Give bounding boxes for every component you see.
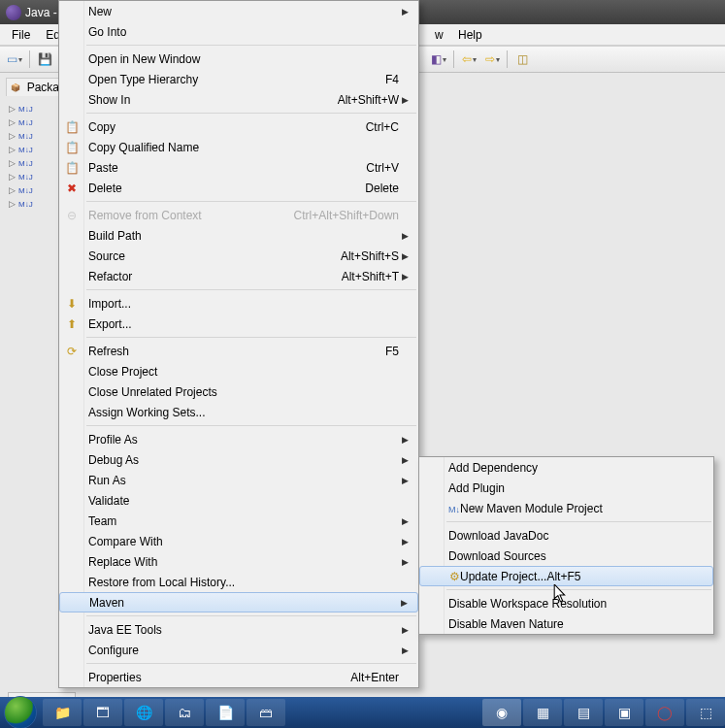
expand-icon[interactable]: ▷ <box>8 186 16 195</box>
menu-item-add-plugin[interactable]: Add Plugin <box>419 478 713 498</box>
menu-separator <box>86 45 416 46</box>
menu-item-label: Validate <box>88 494 399 508</box>
copy-icon: 📋 <box>63 141 81 154</box>
taskbar-eclipse[interactable]: ◉ <box>482 699 521 726</box>
menu-item-new-maven-module-project[interactable]: M↓New Maven Module Project <box>419 498 713 518</box>
menu-item-configure[interactable]: Configure▶ <box>59 640 418 660</box>
menu-shortcut: Ctrl+V <box>366 161 399 175</box>
expand-icon[interactable]: ▷ <box>8 146 16 154</box>
menu-item-add-dependency[interactable]: Add Dependency <box>419 457 713 478</box>
menu-item-label: Refactor <box>88 270 342 283</box>
maven-project-icon: M↓J <box>18 157 32 169</box>
project-item[interactable]: ▷M↓J <box>6 129 64 143</box>
separator <box>453 50 454 68</box>
package-explorer-tab[interactable]: 📦 Packa <box>6 78 64 96</box>
project-item[interactable]: ▷M↓J <box>6 197 64 211</box>
menu-item-label: Download Sources <box>448 549 546 563</box>
taskbar-app[interactable]: ▤ <box>564 699 603 726</box>
expand-icon[interactable]: ▷ <box>8 200 16 209</box>
menu-shortcut: Ctrl+C <box>366 120 399 134</box>
menu-item-close-unrelated-projects[interactable]: Close Unrelated Projects <box>59 381 418 402</box>
menu-item-compare-with[interactable]: Compare With▶ <box>59 531 418 551</box>
expand-icon[interactable]: ▷ <box>8 118 16 127</box>
new-button[interactable]: ▭▾ <box>4 49 25 70</box>
menu-item-run-as[interactable]: Run As▶ <box>59 470 418 490</box>
menu-item-download-sources[interactable]: Download Sources <box>419 546 713 566</box>
menu-item-copy[interactable]: 📋CopyCtrl+C <box>59 116 418 137</box>
menu-item-replace-with[interactable]: Replace With▶ <box>59 551 418 572</box>
menu-item-team[interactable]: Team▶ <box>59 511 418 531</box>
menu-item-profile-as[interactable]: Profile As▶ <box>59 429 418 449</box>
menu-item-export[interactable]: ⬆Export... <box>59 314 418 334</box>
menu-item-paste[interactable]: 📋PasteCtrl+V <box>59 157 418 178</box>
menu-item-open-type-hierarchy[interactable]: Open Type HierarchyF4 <box>59 69 418 89</box>
taskbar-app[interactable]: 🌐 <box>124 699 163 726</box>
toolbar-button[interactable]: ◧▾ <box>428 49 449 70</box>
project-item[interactable]: ▷M↓J <box>6 183 64 197</box>
menu-item-label: Run As <box>88 474 399 487</box>
taskbar-app[interactable]: 🗔 <box>83 699 122 726</box>
menu-item-refactor[interactable]: RefactorAlt+Shift+T▶ <box>59 266 418 286</box>
menu-item-delete[interactable]: ✖DeleteDelete <box>59 178 418 198</box>
menu-item-debug-as[interactable]: Debug As▶ <box>59 449 418 470</box>
menu-item-go-into[interactable]: Go Into <box>59 21 418 42</box>
menu-item-maven[interactable]: Maven▶ <box>59 592 418 612</box>
menu-item-disable-maven-nature[interactable]: Disable Maven Nature <box>419 613 713 634</box>
taskbar-app[interactable]: 📄 <box>206 699 245 726</box>
menu-item-build-path[interactable]: Build Path▶ <box>59 225 418 246</box>
menu-item-label: Refresh <box>88 345 385 358</box>
taskbar-app[interactable]: ⬚ <box>686 699 725 726</box>
save-button[interactable]: 💾 <box>34 49 55 70</box>
project-item[interactable]: ▷M↓J <box>6 143 64 156</box>
menu-item-restore-from-local-history[interactable]: Restore from Local History... <box>59 572 418 592</box>
taskbar-app[interactable]: ▣ <box>605 699 643 726</box>
menu-item-label: Delete <box>88 182 365 195</box>
menu-item-download-javadoc[interactable]: Download JavaDoc <box>419 525 713 546</box>
expand-icon[interactable]: ▷ <box>8 173 16 182</box>
menu-item-show-in[interactable]: Show InAlt+Shift+W▶ <box>59 89 418 110</box>
menu-shortcut: F5 <box>385 345 399 358</box>
expand-icon[interactable]: ▷ <box>8 105 16 114</box>
menu-item-update-project[interactable]: ⚙Update Project...Alt+F5 <box>419 566 713 586</box>
menu-item-label: Java EE Tools <box>88 623 399 637</box>
taskbar-app[interactable]: ▦ <box>523 699 562 726</box>
menu-separator <box>86 113 416 114</box>
menu-item-copy-qualified-name[interactable]: 📋Copy Qualified Name <box>59 137 418 157</box>
menu-item-java-ee-tools[interactable]: Java EE Tools▶ <box>59 619 418 640</box>
menu-item-close-project[interactable]: Close Project <box>59 361 418 381</box>
start-button[interactable] <box>4 696 37 728</box>
back-button[interactable]: ⇦▾ <box>458 49 479 70</box>
menu-item-properties[interactable]: PropertiesAlt+Enter <box>59 667 418 687</box>
menu-item-refresh[interactable]: ⟳RefreshF5 <box>59 341 418 361</box>
expand-icon[interactable]: ▷ <box>8 132 16 141</box>
toolbar-button[interactable]: ◫ <box>511 49 533 70</box>
project-item[interactable]: ▷M↓J <box>6 170 64 183</box>
menu-item-source[interactable]: SourceAlt+Shift+S▶ <box>59 246 418 266</box>
menu-item-new[interactable]: New▶ <box>59 1 418 21</box>
maven-project-icon: M↓J <box>18 198 32 210</box>
project-item[interactable]: ▷M↓J <box>6 156 64 170</box>
taskbar-app[interactable]: 🗃 <box>247 699 285 726</box>
submenu-arrow-icon: ▶ <box>399 537 409 546</box>
menu-file[interactable]: File <box>4 26 38 44</box>
menu-item-disable-workspace-resolution[interactable]: Disable Workspace Resolution <box>419 593 713 613</box>
menu-item-open-in-new-window[interactable]: Open in New Window <box>59 49 418 69</box>
menu-help[interactable]: Help <box>450 26 490 44</box>
project-item[interactable]: ▷M↓J <box>6 116 64 129</box>
taskbar-app[interactable]: 🗂 <box>165 699 204 726</box>
menu-w[interactable]: w <box>427 26 451 44</box>
menu-item-import[interactable]: ⬇Import... <box>59 293 418 314</box>
menu-item-assign-working-sets[interactable]: Assign Working Sets... <box>59 402 418 422</box>
project-item[interactable]: ▷M↓J <box>6 102 64 116</box>
taskbar-explorer[interactable]: 📁 <box>43 699 82 726</box>
menu-item-validate[interactable]: Validate <box>59 490 418 511</box>
menu-separator <box>86 289 416 290</box>
taskbar-app[interactable]: ◯ <box>645 699 684 726</box>
package-explorer: 📦 Packa ▷M↓J▷M↓J▷M↓J▷M↓J▷M↓J▷M↓J▷M↓J▷M↓J <box>6 78 64 211</box>
menu-item-label: Assign Working Sets... <box>88 406 399 419</box>
menu-item-remove-from-context: ⊖Remove from ContextCtrl+Alt+Shift+Down <box>59 205 418 225</box>
package-icon: 📦 <box>11 82 24 93</box>
forward-button[interactable]: ⇨▾ <box>481 49 503 70</box>
submenu-arrow-icon: ▶ <box>399 476 409 485</box>
expand-icon[interactable]: ▷ <box>8 159 16 168</box>
